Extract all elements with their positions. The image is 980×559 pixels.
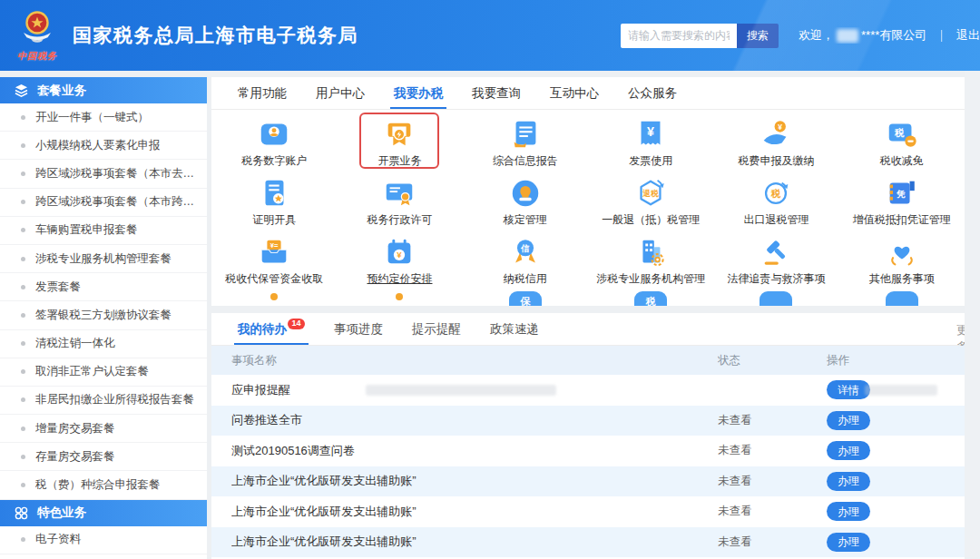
main-tab-3[interactable]: 我要办税: [379, 77, 457, 109]
bullet-icon: [21, 341, 25, 346]
service-item-apa-calendar[interactable]: ¥预约定价安排: [337, 228, 462, 287]
redacted-content: [366, 385, 556, 396]
service-item-declare-pay[interactable]: ¥税费申报及缴纳: [713, 110, 838, 169]
service-item-export-refund[interactable]: 税出口退税管理: [713, 169, 838, 228]
service-item-heart-hands[interactable]: 其他服务事项: [839, 228, 965, 287]
todo-tab-2[interactable]: 事项进度: [319, 313, 397, 345]
service-item-vat-voucher[interactable]: 凭增值税抵扣凭证管理: [839, 169, 965, 228]
sidebar-item[interactable]: 跨区域涉税事项套餐（本市去外…: [0, 160, 207, 188]
todo-action-button[interactable]: 办理: [827, 502, 870, 521]
main-tab-4[interactable]: 我要查询: [457, 77, 535, 109]
svg-text:凭: 凭: [896, 189, 906, 199]
sidebar-item[interactable]: 签署银税三方划缴协议套餐: [0, 301, 207, 329]
sidebar-item[interactable]: 涉税专业服务机构管理套餐: [0, 245, 207, 273]
column-header-name: 事项名称: [231, 353, 718, 368]
main-content: 常用功能用户中心我要办税我要查询互动中心公众服务 税务数字账户开票业务综合信息报…: [211, 77, 965, 559]
table-row: 应申报提醒详情: [211, 375, 965, 406]
todo-item-name: 问卷推送全市: [231, 412, 718, 428]
service-label: 税收减免: [880, 153, 924, 169]
todo-action-button[interactable]: 办理: [827, 533, 870, 552]
sidebar-item-label: 电子资料: [35, 532, 86, 547]
sidebar-section-package[interactable]: 套餐业务: [0, 77, 207, 103]
sidebar-item-label: 签署银税三方划缴协议套餐: [35, 308, 177, 323]
page-right-gutter: [965, 71, 980, 559]
todo-action-button[interactable]: 办理: [827, 411, 870, 430]
bullet-icon: [21, 537, 25, 542]
bullet-icon: [21, 313, 25, 318]
todo-action-button[interactable]: 详情: [827, 380, 870, 399]
assess-manage-icon: [507, 176, 544, 211]
table-body: 应申报提醒详情问卷推送全市未查看办理测试20190516调查问卷未查看办理上海市…: [211, 375, 965, 557]
column-header-action: 操作: [827, 353, 945, 368]
svg-text:¥=: ¥=: [270, 241, 279, 250]
todo-tab-4[interactable]: 政策速递: [475, 313, 554, 345]
service-item-clipped[interactable]: [713, 287, 838, 306]
svg-text:¥: ¥: [647, 124, 654, 139]
service-label: 证明开具: [252, 212, 296, 228]
logout-link[interactable]: 退出: [956, 27, 980, 44]
sidebar-section-title: 特色业务: [37, 505, 86, 521]
main-tab-1[interactable]: 常用功能: [223, 77, 301, 109]
todo-action-button[interactable]: 办理: [827, 441, 870, 460]
service-item-tax-credit[interactable]: 信纳税信用: [463, 228, 588, 287]
search-button[interactable]: 搜索: [737, 24, 779, 48]
service-item-custody-funds[interactable]: ¥=税收代保管资金收取: [211, 228, 337, 287]
sidebar-item[interactable]: 开业一件事（一键式）: [0, 103, 207, 132]
sidebar-section-special[interactable]: 特色业务: [0, 500, 207, 526]
service-item-assess-manage[interactable]: 核定管理: [463, 169, 588, 228]
todo-action-button[interactable]: 办理: [827, 472, 870, 491]
service-item-general-refund[interactable]: 退税一般退（抵）税管理: [588, 169, 713, 228]
todo-tab-1[interactable]: 我的待办14: [223, 313, 319, 345]
service-item-info-report[interactable]: 综合信息报告: [463, 110, 588, 169]
sidebar-item-label: 跨区域涉税事项套餐（本市去外…: [35, 166, 207, 181]
sidebar-item[interactable]: 跨区域涉税事项套餐（本市跨区）: [0, 189, 207, 217]
service-item-clipped[interactable]: [337, 287, 462, 306]
sidebar-item[interactable]: 存量房交易套餐: [0, 443, 207, 471]
service-item-clipped[interactable]: [839, 287, 965, 306]
welcome-prefix: 欢迎，: [799, 27, 834, 44]
todo-tab-3[interactable]: 提示提醒: [397, 313, 475, 345]
sidebar-item[interactable]: 非居民扣缴企业所得税报告套餐: [0, 387, 207, 415]
todo-item-name: 测试20190516调查问卷: [231, 443, 718, 459]
sidebar-item[interactable]: 电子资料: [0, 526, 207, 554]
sidebar-item[interactable]: 取消非正常户认定套餐: [0, 358, 207, 387]
svg-text:¥: ¥: [779, 123, 783, 132]
service-item-clipped[interactable]: 保: [463, 287, 588, 306]
main-tab-bar: 常用功能用户中心我要办税我要查询互动中心公众服务: [211, 77, 965, 110]
bullet-icon: [21, 369, 25, 374]
sidebar-item[interactable]: 小规模纳税人要素化申报: [0, 132, 207, 160]
bullet-icon: [21, 200, 25, 204]
main-tab-5[interactable]: 互动中心: [535, 77, 613, 109]
service-item-tax-relief[interactable]: 税税收减免: [839, 110, 965, 169]
bullet-icon: [21, 483, 25, 487]
sidebar-item[interactable]: 清税注销一体化: [0, 330, 207, 358]
service-item-invoice-use[interactable]: ¥发票使用: [588, 110, 713, 169]
todo-item-status: 未查看: [718, 504, 827, 519]
main-tab-2[interactable]: 用户中心: [301, 77, 379, 109]
service-item-legal-gavel[interactable]: 法律追责与救济事项: [713, 228, 838, 287]
sidebar-item[interactable]: 税（费）种综合申报套餐: [0, 471, 207, 499]
svg-text:¥: ¥: [397, 250, 403, 260]
service-item-admin-license[interactable]: 税务行政许可: [337, 169, 462, 228]
sidebar-item[interactable]: 发票套餐: [0, 273, 207, 301]
service-item-agency-manage[interactable]: 涉税专业服务机构管理: [588, 228, 713, 287]
service-label: 开票业务: [377, 153, 421, 169]
sidebar-item[interactable]: 增量房交易套餐: [0, 415, 207, 443]
service-item-invoicing[interactable]: 开票业务: [337, 110, 462, 169]
invoicing-icon: [381, 117, 417, 152]
service-label: 综合信息报告: [493, 153, 558, 169]
heart-hands-icon: [884, 235, 920, 270]
service-item-clipped[interactable]: 税: [588, 287, 713, 306]
table-row: 上海市企业“优化版研发支出辅助账”未查看办理: [211, 527, 965, 558]
sidebar-item-label: 小规模纳税人要素化申报: [35, 138, 166, 153]
app-header: 中国税务 国家税务总局上海市电子税务局 搜索 欢迎，****有限公司｜退出: [0, 0, 980, 71]
table-row: 上海市企业“优化版研发支出辅助账”未查看办理: [211, 496, 965, 527]
service-label: 一般退（抵）税管理: [602, 212, 700, 228]
service-item-digital-account[interactable]: 税务数字账户: [211, 110, 337, 169]
main-tab-6[interactable]: 公众服务: [613, 77, 691, 109]
sidebar-item[interactable]: 车辆购置税申报套餐: [0, 217, 207, 245]
service-item-clipped[interactable]: [211, 287, 337, 306]
search-input[interactable]: [621, 24, 737, 48]
sidebar-item-label: 取消非正常户认定套餐: [35, 364, 154, 379]
service-item-cert-issue[interactable]: 证明开具: [211, 169, 337, 228]
